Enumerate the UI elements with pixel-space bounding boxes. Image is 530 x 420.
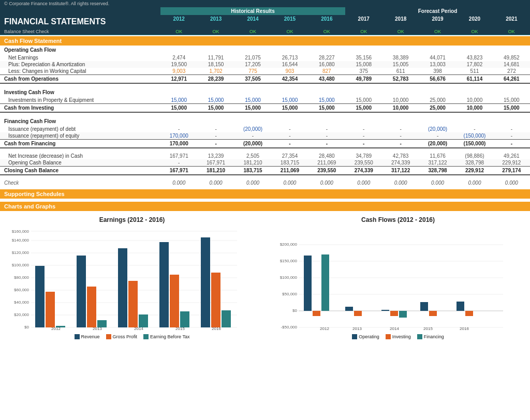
legend-gross-profit: Gross Profit [106,334,138,339]
column-groups: Historical Results Forecast Period [0,7,530,15]
net-increase-row: Net Increase (decrease) in Cash 167,971 … [0,153,530,159]
svg-text:$150,000: $150,000 [280,259,298,263]
svg-text:-$50,000: -$50,000 [281,325,297,329]
svg-rect-31 [170,275,179,327]
svg-rect-30 [159,242,169,327]
legend-operating-box [352,334,357,339]
svg-rect-23 [87,287,96,327]
charts-graphs-header: Charts and Graphs [0,202,530,211]
svg-rect-36 [222,310,231,327]
year-2012: 2012 [160,15,197,28]
svg-rect-65 [465,311,473,316]
year-2014: 2014 [234,15,271,28]
cash-from-investing-row: Cash from Investing 15,000 15,000 15,000… [0,103,530,113]
svg-text:$160,000: $160,000 [12,229,30,234]
svg-rect-54 [345,307,353,311]
year-2020: 2020 [456,15,493,28]
opening-cash-row: Opening Cash Balance - 167,971 181,210 1… [0,159,530,166]
svg-text:$80,000: $80,000 [14,275,29,280]
svg-rect-57 [381,310,389,311]
check-val-7: OK [419,28,456,35]
svg-rect-51 [313,311,320,316]
cashflows-chart-title: Cash Flows (2012 - 2016) [270,216,526,223]
legend-investing: Investing [386,334,411,339]
svg-rect-59 [399,311,407,318]
years-header: FINANCIAL STATEMENTS 2012 2013 2014 2015… [0,15,530,28]
hist-group-label: Historical Results [160,7,345,15]
year-2019: 2019 [419,15,456,28]
balance-sheet-check-row: Balance Sheet Check OK OK OK OK OK OK OK… [0,28,530,35]
legend-revenue-box [75,334,80,339]
net-earnings-row: Net Earnings 2,474 11,791 21,075 26,713 … [0,54,530,61]
check-val-8: OK [456,28,493,35]
year-2013: 2013 [197,15,234,28]
cash-flow-section-header: Cash Flow Statement [0,36,530,46]
check-val-1: OK [197,28,234,35]
equity-row: Issuance (repayment) of equity 170,000 -… [0,132,530,139]
top-bar: © Corporate Finance Institute®. All righ… [0,0,530,7]
svg-text:2012: 2012 [320,326,329,331]
svg-text:$140,000: $140,000 [12,238,30,243]
svg-rect-27 [128,281,138,327]
check-italic-row: Check 0.000 0.000 0.000 0.000 0.000 0.00… [0,179,530,186]
svg-text:$20,000: $20,000 [14,312,29,317]
investing-cf-header: Investing Cash Flow [0,88,530,97]
check-val-6: OK [382,28,419,35]
svg-text:2015: 2015 [423,326,433,331]
supporting-schedules-header: Supporting Schedules [0,189,530,199]
svg-rect-28 [139,314,148,327]
cashflows-chart: Cash Flows (2012 - 2016) -$50,000 $0 $50… [270,216,526,339]
svg-text:2014: 2014 [390,326,399,331]
depreciation-row: Plus: Depreciation & Amortization 19,500… [0,61,530,68]
svg-text:$50,000: $50,000 [282,292,297,296]
svg-rect-32 [180,311,189,327]
svg-rect-22 [77,256,86,327]
cashflows-legend: Operating Investing Financing [270,334,526,339]
svg-rect-26 [118,248,127,327]
svg-rect-55 [354,311,362,316]
svg-text:2013: 2013 [93,326,102,331]
fore-group-label: Forecast Period [345,7,530,15]
check-val-3: OK [271,28,308,35]
year-2015: 2015 [271,15,308,28]
charts-area: Earnings (2012 - 2016) $0 $20,000 $40,00… [0,211,530,344]
earnings-chart-title: Earnings (2012 - 2016) [4,216,260,223]
cash-from-operations-row: Cash from Operations 12,971 28,239 37,50… [0,74,530,84]
svg-text:2014: 2014 [134,326,143,331]
svg-text:$40,000: $40,000 [14,300,29,305]
svg-text:2016: 2016 [212,326,221,331]
working-capital-row: Less: Changes in Working Capital 9,003 1… [0,68,530,74]
check-val-0: OK [160,28,197,35]
check-val-5: OK [345,28,382,35]
cash-from-financing-row: Cash from Financing 170,000 - (20,000) -… [0,139,530,148]
legend-ebt: Earning Before Tax [143,334,189,339]
svg-text:2016: 2016 [460,326,469,331]
closing-cash-row: Closing Cash Balance 167,971 181,210 183… [0,166,530,175]
check-val-4: OK [308,28,345,35]
svg-rect-18 [35,266,45,327]
earnings-chart: Earnings (2012 - 2016) $0 $20,000 $40,00… [4,216,260,339]
earnings-chart-svg: $0 $20,000 $40,000 $60,000 $80,000 $100,… [4,228,242,331]
legend-ebt-box [143,334,149,339]
svg-rect-64 [457,302,464,311]
year-2021: 2021 [493,15,530,28]
year-2018: 2018 [382,15,419,28]
svg-text:$120,000: $120,000 [12,250,30,255]
svg-rect-58 [390,311,398,316]
svg-text:2012: 2012 [51,326,61,331]
cashflows-chart-svg: -$50,000 $0 $50,000 $100,000 $150,000 $2… [270,228,508,331]
legend-financing-box [417,334,422,339]
legend-financing: Financing [417,334,444,339]
svg-rect-34 [201,237,210,327]
earnings-legend: Revenue Gross Profit Earning Before Tax [4,334,260,339]
svg-text:$60,000: $60,000 [14,288,29,292]
svg-rect-62 [429,311,437,316]
svg-text:$0: $0 [292,308,297,313]
check-val-9: OK [493,28,530,35]
svg-rect-52 [321,254,329,311]
investments-property-row: Investments in Property & Equipment 15,0… [0,97,530,103]
year-2016: 2016 [308,15,345,28]
svg-rect-19 [46,292,55,327]
legend-gross-profit-box [106,334,111,339]
svg-text:$200,000: $200,000 [280,242,298,247]
